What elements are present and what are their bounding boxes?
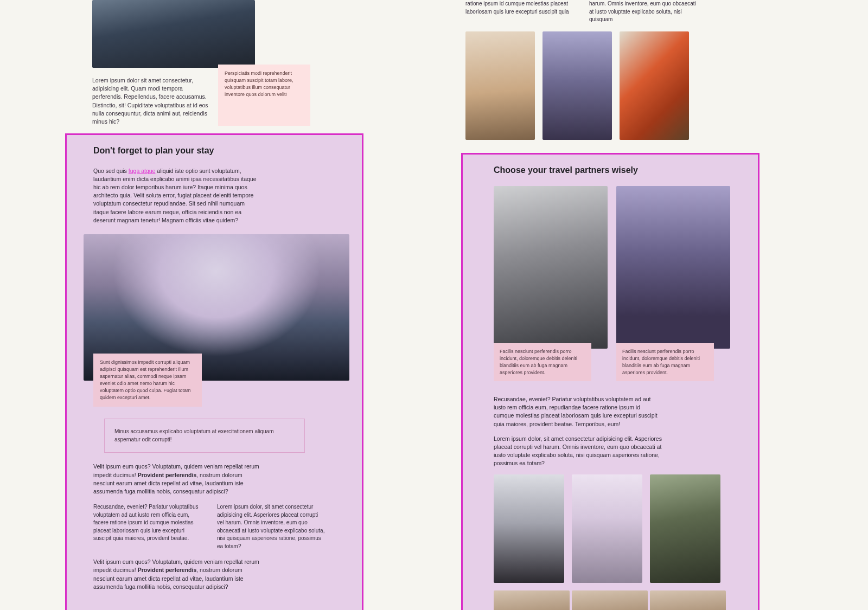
strip-image-2 xyxy=(572,590,648,610)
section-para-1: Velit ipsum eum quos? Voluptatum, quidem… xyxy=(93,463,261,496)
two-column-text: Recusandae, eveniet? Pariatur voluptatib… xyxy=(93,503,342,550)
image-pair: Facilis nesciunt perferendis porro incid… xyxy=(494,186,733,381)
top-col-a: ratione ipsum id cumque molestias placea… xyxy=(465,0,574,24)
section-title: Choose your travel partners wisely xyxy=(494,164,733,176)
top-col-b: harum. Omnis inventore, eum quo obcaecat… xyxy=(589,0,698,24)
body-para-2: Lorem ipsum dolor, sit amet consectetur … xyxy=(494,435,662,468)
pair-image-skater xyxy=(494,186,608,349)
col-b: Lorem ipsum dolor, sit amet consectetur … xyxy=(217,503,326,550)
body-para-1: Recusandae, eveniet? Pariatur voluptatib… xyxy=(494,395,662,428)
strip-image-3 xyxy=(650,590,726,610)
section-title: Don't forget to plan your stay xyxy=(93,144,342,157)
thumb-vegetables xyxy=(620,31,689,140)
section-intro: Quo sed quis fuga atque aliquid iste opt… xyxy=(93,167,261,225)
intro-link[interactable]: fuga atque xyxy=(129,168,156,174)
top-text-columns: ratione ipsum id cumque molestias placea… xyxy=(465,0,760,24)
thumbnail-row xyxy=(465,31,760,140)
hero-image xyxy=(92,0,255,68)
trio-row xyxy=(494,474,733,583)
wide-strip-row xyxy=(494,590,733,610)
section-travel-partners: Choose your travel partners wisely Facil… xyxy=(461,153,760,611)
mountain-caption: Sunt dignissimos impedit corrupti aliqua… xyxy=(93,354,202,407)
hero-callout: Perspiciatis modi reprehenderit quisquam… xyxy=(218,65,310,126)
thumb-dusk-city xyxy=(542,31,612,140)
section-plan-stay: Don't forget to plan your stay Quo sed q… xyxy=(65,133,363,610)
right-column: ratione ipsum id cumque molestias placea… xyxy=(461,0,760,610)
left-column: Lorem ipsum dolor sit amet consectetur, … xyxy=(65,0,363,610)
pair-caption-b: Facilis nesciunt perferendis porro incid… xyxy=(616,343,714,381)
strip-image-1 xyxy=(494,590,570,610)
pair-image-overlook xyxy=(616,186,730,349)
col-a: Recusandae, eveniet? Pariatur voluptatib… xyxy=(93,503,202,550)
quote-block: Minus accusamus explicabo voluptatum at … xyxy=(104,419,305,453)
thumb-portrait xyxy=(465,31,535,140)
trio-image-cameras xyxy=(572,474,642,583)
section-para-2: Velit ipsum eum quos? Voluptatum, quidem… xyxy=(93,558,261,591)
pair-caption-a: Facilis nesciunt perferendis porro incid… xyxy=(494,343,591,381)
trio-image-track xyxy=(650,474,720,583)
intro-text-post: aliquid iste optio sunt voluptatum, laud… xyxy=(93,168,257,223)
section-body: Recusandae, eveniet? Pariatur voluptatib… xyxy=(494,395,662,468)
hero-paragraph: Lorem ipsum dolor sit amet consectetur, … xyxy=(92,76,212,126)
intro-text-pre: Quo sed quis xyxy=(93,168,129,174)
trio-image-dog xyxy=(494,474,564,583)
